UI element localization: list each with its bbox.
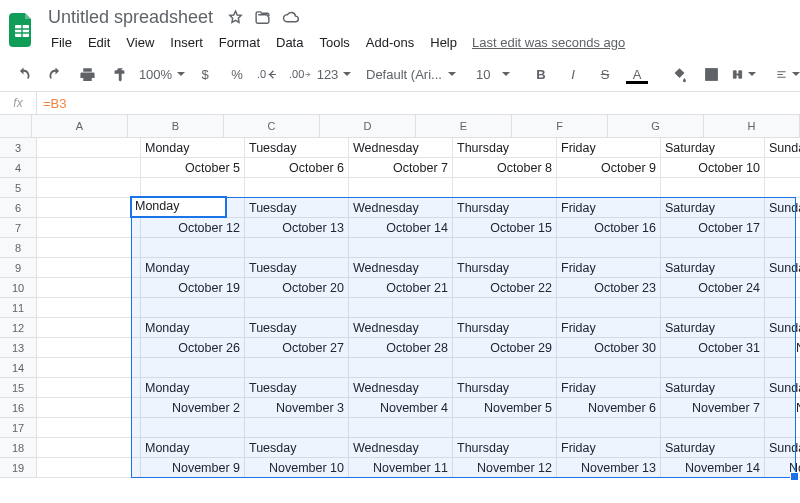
cell[interactable]: October 13 [245, 218, 349, 238]
cell[interactable]: Wednesday [349, 438, 453, 458]
cell[interactable]: Wednesday [349, 258, 453, 278]
print-button[interactable] [72, 61, 102, 87]
zoom-select[interactable]: 100% [146, 61, 178, 87]
menu-insert[interactable]: Insert [163, 32, 210, 53]
cell[interactable]: Saturday [661, 198, 765, 218]
paint-format-button[interactable] [104, 61, 134, 87]
cell[interactable]: Monday [141, 258, 245, 278]
fill-color-button[interactable] [664, 61, 694, 87]
row-header[interactable]: 11 [0, 298, 37, 318]
font-family-select[interactable]: Default (Ari... [362, 61, 460, 87]
cell[interactable]: Sunday [765, 318, 800, 338]
cell[interactable]: October 15 [453, 218, 557, 238]
cell[interactable] [37, 358, 141, 378]
cell[interactable] [37, 138, 141, 158]
cell[interactable] [37, 418, 141, 438]
col-header-c[interactable]: C [224, 115, 320, 137]
cell[interactable] [765, 358, 800, 378]
select-all-corner[interactable] [0, 115, 32, 137]
cell[interactable] [37, 258, 141, 278]
cell[interactable]: Monday [141, 198, 245, 218]
cell[interactable]: Tuesday [245, 138, 349, 158]
spreadsheet-grid[interactable]: A B C D E F G H 3MondayTuesdayWednesdayT… [0, 115, 800, 478]
row-header[interactable]: 10 [0, 278, 37, 298]
cell[interactable] [37, 158, 141, 178]
cell[interactable] [349, 418, 453, 438]
decrease-decimal-button[interactable]: .0 [254, 61, 284, 87]
cell[interactable]: Saturday [661, 258, 765, 278]
cell[interactable]: October 12 [141, 218, 245, 238]
cell[interactable]: October 23 [557, 278, 661, 298]
cell[interactable] [245, 358, 349, 378]
cell[interactable]: October 7 [349, 158, 453, 178]
cell[interactable]: November 2 [141, 398, 245, 418]
cell[interactable]: October 16 [557, 218, 661, 238]
cell[interactable]: Thursday [453, 198, 557, 218]
row-header[interactable]: 5 [0, 178, 37, 198]
cell[interactable] [245, 298, 349, 318]
cell[interactable]: Friday [557, 138, 661, 158]
cell[interactable] [765, 178, 800, 198]
bold-button[interactable]: B [526, 61, 556, 87]
cell[interactable]: Wednesday [349, 378, 453, 398]
cell[interactable] [349, 298, 453, 318]
cell[interactable] [453, 358, 557, 378]
cell[interactable]: Wednesday [349, 318, 453, 338]
cell[interactable]: November 1 [765, 338, 800, 358]
cell[interactable]: Saturday [661, 378, 765, 398]
cell[interactable] [245, 418, 349, 438]
cell[interactable]: November 11 [349, 458, 453, 478]
cell[interactable] [37, 218, 141, 238]
cell[interactable]: Sunday [765, 198, 800, 218]
doc-title[interactable]: Untitled spreadsheet [44, 6, 217, 29]
increase-decimal-button[interactable]: .00 [286, 61, 316, 87]
row-header[interactable]: 13 [0, 338, 37, 358]
last-edit-link[interactable]: Last edit was seconds ago [472, 35, 625, 50]
cell[interactable] [349, 238, 453, 258]
cell[interactable] [557, 358, 661, 378]
col-header-h[interactable]: H [704, 115, 800, 137]
row-header[interactable]: 6 [0, 198, 37, 218]
cell[interactable] [141, 178, 245, 198]
cell[interactable]: November 13 [557, 458, 661, 478]
cell[interactable]: Thursday [453, 378, 557, 398]
cell[interactable]: October 27 [245, 338, 349, 358]
move-icon[interactable] [254, 9, 271, 26]
cell[interactable] [37, 438, 141, 458]
row-header[interactable]: 18 [0, 438, 37, 458]
cell[interactable]: November 8 [765, 398, 800, 418]
cell[interactable]: Saturday [661, 138, 765, 158]
cell[interactable]: October 6 [245, 158, 349, 178]
formula-input[interactable]: =B3 [37, 96, 67, 111]
italic-button[interactable]: I [558, 61, 588, 87]
cell[interactable]: October 24 [661, 278, 765, 298]
row-header[interactable]: 17 [0, 418, 37, 438]
cell[interactable]: Sunday [765, 378, 800, 398]
col-header-f[interactable]: F [512, 115, 608, 137]
font-size-select[interactable]: 10 [472, 61, 514, 87]
cell[interactable]: Tuesday [245, 258, 349, 278]
row-header[interactable]: 15 [0, 378, 37, 398]
cell[interactable]: October 17 [661, 218, 765, 238]
col-header-d[interactable]: D [320, 115, 416, 137]
cell[interactable] [765, 238, 800, 258]
menu-tools[interactable]: Tools [312, 32, 356, 53]
cell[interactable]: Tuesday [245, 378, 349, 398]
menu-addons[interactable]: Add-ons [359, 32, 421, 53]
cell[interactable]: November 4 [349, 398, 453, 418]
cell[interactable]: October 26 [141, 338, 245, 358]
cell[interactable]: October 30 [557, 338, 661, 358]
cell[interactable]: Tuesday [245, 318, 349, 338]
cell[interactable] [557, 178, 661, 198]
cell[interactable]: Sunday [765, 438, 800, 458]
cell[interactable]: October 31 [661, 338, 765, 358]
cell[interactable]: October 28 [349, 338, 453, 358]
row-header[interactable]: 4 [0, 158, 37, 178]
cell[interactable] [141, 418, 245, 438]
cell[interactable]: Thursday [453, 258, 557, 278]
cell[interactable]: October 14 [349, 218, 453, 238]
cell[interactable] [37, 338, 141, 358]
strikethrough-button[interactable]: S [590, 61, 620, 87]
menu-file[interactable]: File [44, 32, 79, 53]
cell[interactable]: Monday [141, 378, 245, 398]
